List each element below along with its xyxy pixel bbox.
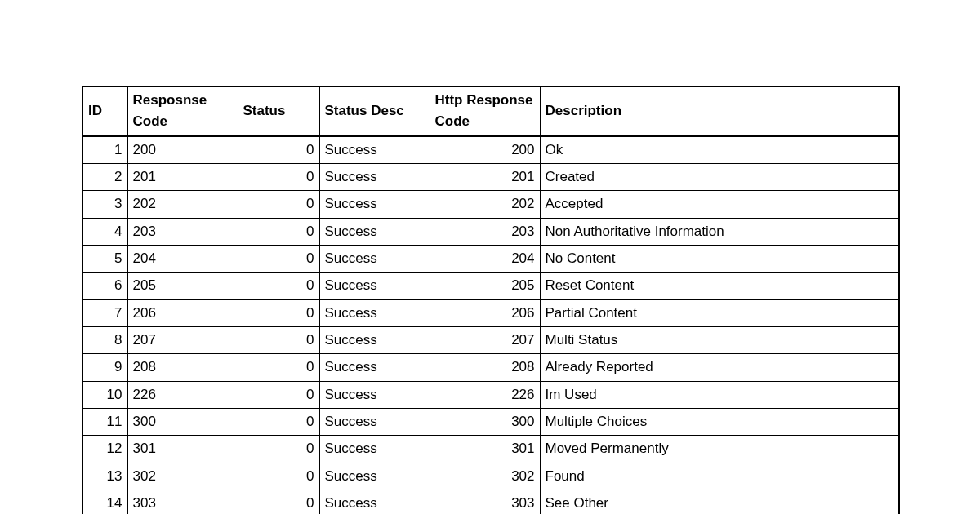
cell-http-response-code: 204 [430,246,540,273]
cell-id: 11 [82,409,127,436]
cell-status-desc: Success [319,436,430,463]
document-page: ID Resposnse Code Status Status Desc Htt… [82,86,898,514]
cell-id: 5 [82,246,127,273]
cell-description: Partial Content [540,299,899,326]
cell-http-response-code: 201 [430,164,540,191]
cell-id: 14 [82,490,127,514]
cell-status: 0 [238,191,319,218]
cell-response-code: 203 [127,218,238,245]
cell-http-response-code: 302 [430,463,540,490]
cell-status-desc: Success [319,191,430,218]
header-id: ID [82,86,127,136]
cell-status: 0 [238,463,319,490]
cell-description: Multi Status [540,327,899,354]
cell-description: Im Used [540,381,899,408]
cell-response-code: 207 [127,327,238,354]
cell-status-desc: Success [319,381,430,408]
header-status-desc: Status Desc [319,86,430,136]
cell-description: See Other [540,490,899,514]
cell-status: 0 [238,490,319,514]
cell-status: 0 [238,164,319,191]
cell-http-response-code: 202 [430,191,540,218]
cell-status: 0 [238,409,319,436]
cell-id: 3 [82,191,127,218]
cell-id: 8 [82,327,127,354]
cell-description: Accepted [540,191,899,218]
cell-http-response-code: 200 [430,136,540,164]
cell-id: 2 [82,164,127,191]
table-row: 62050Success205Reset Content [82,273,899,299]
cell-status: 0 [238,327,319,354]
cell-description: Already Reported [540,354,899,381]
table-body: 12000Success200Ok22010Success201Created3… [82,136,899,514]
cell-status-desc: Success [319,218,430,245]
cell-response-code: 206 [127,299,238,326]
table-row: 42030Success203Non Authoritative Informa… [82,218,899,245]
table-row: 113000Success300Multiple Choices [82,409,899,436]
cell-status: 0 [238,136,319,164]
cell-id: 10 [82,381,127,408]
cell-status-desc: Success [319,299,430,326]
cell-status-desc: Success [319,354,430,381]
header-description: Description [540,86,899,136]
cell-status-desc: Success [319,409,430,436]
cell-status-desc: Success [319,273,430,299]
table-row: 72060Success206Partial Content [82,299,899,326]
cell-http-response-code: 300 [430,409,540,436]
cell-http-response-code: 301 [430,436,540,463]
cell-description: Non Authoritative Information [540,218,899,245]
cell-status: 0 [238,218,319,245]
cell-description: No Content [540,246,899,273]
cell-response-code: 200 [127,136,238,164]
cell-description: Found [540,463,899,490]
cell-status-desc: Success [319,164,430,191]
cell-response-code: 301 [127,436,238,463]
table-row: 82070Success207Multi Status [82,327,899,354]
cell-id: 12 [82,436,127,463]
cell-description: Reset Content [540,273,899,299]
cell-id: 6 [82,273,127,299]
cell-status: 0 [238,354,319,381]
header-status: Status [238,86,319,136]
cell-status-desc: Success [319,490,430,514]
cell-status-desc: Success [319,246,430,273]
cell-id: 13 [82,463,127,490]
cell-http-response-code: 226 [430,381,540,408]
cell-status: 0 [238,436,319,463]
cell-description: Multiple Choices [540,409,899,436]
cell-id: 7 [82,299,127,326]
cell-status: 0 [238,299,319,326]
cell-status: 0 [238,381,319,408]
cell-http-response-code: 208 [430,354,540,381]
response-codes-table: ID Resposnse Code Status Status Desc Htt… [82,86,900,514]
cell-response-code: 201 [127,164,238,191]
cell-response-code: 300 [127,409,238,436]
cell-description: Ok [540,136,899,164]
cell-response-code: 302 [127,463,238,490]
cell-http-response-code: 206 [430,299,540,326]
cell-status: 0 [238,273,319,299]
cell-response-code: 204 [127,246,238,273]
table-row: 102260Success226Im Used [82,381,899,408]
cell-response-code: 205 [127,273,238,299]
table-row: 133020Success302Found [82,463,899,490]
cell-status: 0 [238,246,319,273]
cell-status-desc: Success [319,327,430,354]
table-row: 52040Success204No Content [82,246,899,273]
cell-http-response-code: 303 [430,490,540,514]
cell-response-code: 226 [127,381,238,408]
cell-response-code: 202 [127,191,238,218]
table-header-row: ID Resposnse Code Status Status Desc Htt… [82,86,899,136]
cell-response-code: 208 [127,354,238,381]
cell-status-desc: Success [319,463,430,490]
cell-http-response-code: 203 [430,218,540,245]
cell-description: Created [540,164,899,191]
cell-status-desc: Success [319,136,430,164]
cell-response-code: 303 [127,490,238,514]
cell-id: 9 [82,354,127,381]
cell-http-response-code: 205 [430,273,540,299]
table-row: 123010Success301Moved Permanently [82,436,899,463]
cell-id: 4 [82,218,127,245]
table-row: 143030Success303See Other [82,490,899,514]
cell-http-response-code: 207 [430,327,540,354]
